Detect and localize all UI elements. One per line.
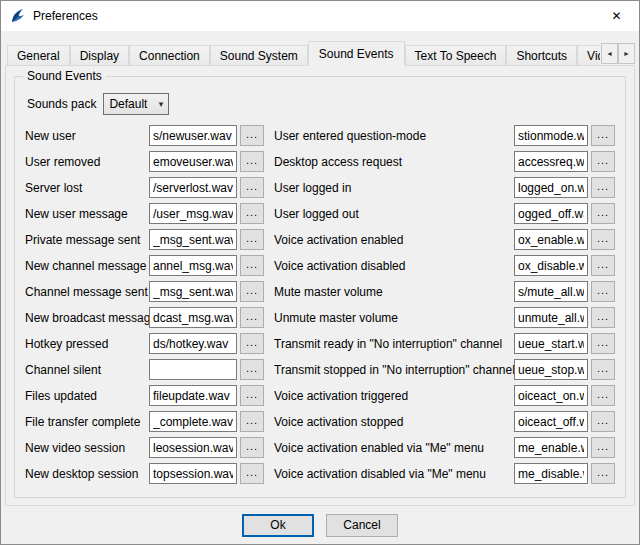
browse-button[interactable]: ...	[591, 203, 615, 224]
sound-event-row: New video session ...	[25, 437, 264, 458]
sound-file-input[interactable]	[149, 437, 237, 458]
browse-button[interactable]: ...	[591, 359, 615, 380]
sound-event-label: Voice activation disabled via "Me" menu	[274, 467, 514, 481]
tab-shortcuts[interactable]: Shortcuts	[506, 45, 577, 66]
sound-event-row: Voice activation enabled ...	[274, 229, 615, 250]
arrow-left-icon: ◄	[606, 50, 613, 57]
sound-file-input[interactable]	[514, 229, 588, 250]
tab-sound-system[interactable]: Sound System	[210, 45, 308, 66]
sound-file-input[interactable]	[149, 411, 237, 432]
browse-button[interactable]: ...	[591, 437, 615, 458]
close-icon: ✕	[611, 9, 621, 23]
browse-button[interactable]: ...	[240, 463, 264, 484]
sound-file-input[interactable]	[514, 385, 588, 406]
browse-button[interactable]: ...	[591, 229, 615, 250]
sound-file-input[interactable]	[514, 151, 588, 172]
sound-file-input[interactable]	[149, 385, 237, 406]
sound-file-input[interactable]	[149, 177, 237, 198]
preferences-dialog: Preferences ✕ GeneralDisplayConnectionSo…	[0, 0, 640, 545]
sound-file-input[interactable]	[149, 463, 237, 484]
sound-event-label: Voice activation triggered	[274, 389, 514, 403]
sound-events-columns: New user ... User removed ... Server los…	[25, 125, 615, 489]
browse-button[interactable]: ...	[591, 177, 615, 198]
sound-event-row: Mute master volume ...	[274, 281, 615, 302]
tab-scroll-right-button[interactable]: ►	[618, 43, 635, 64]
browse-button[interactable]: ...	[240, 151, 264, 172]
sound-event-row: Transmit stopped in "No interruption" ch…	[274, 359, 615, 380]
tab-panel: Sound Events Sounds pack Default ▾ New u…	[5, 65, 635, 506]
browse-button[interactable]: ...	[240, 333, 264, 354]
group-title: Sound Events	[23, 69, 106, 83]
tab-text-to-speech[interactable]: Text To Speech	[405, 45, 507, 66]
sound-file-input[interactable]	[149, 359, 237, 380]
sound-file-input[interactable]	[149, 255, 237, 276]
ok-button[interactable]: Ok	[242, 514, 314, 537]
sound-file-input[interactable]	[514, 333, 588, 354]
tab-video[interactable]: Video	[577, 45, 600, 66]
sound-file-input[interactable]	[149, 151, 237, 172]
browse-button[interactable]: ...	[591, 255, 615, 276]
browse-button[interactable]: ...	[591, 151, 615, 172]
tab-label: Display	[80, 49, 119, 63]
browse-button[interactable]: ...	[240, 411, 264, 432]
browse-button[interactable]: ...	[591, 307, 615, 328]
sounds-pack-select[interactable]: Default ▾	[103, 93, 169, 115]
sound-event-row: User logged in ...	[274, 177, 615, 198]
browse-button[interactable]: ...	[240, 385, 264, 406]
sound-file-input[interactable]	[514, 203, 588, 224]
sound-file-input[interactable]	[514, 281, 588, 302]
sound-event-label: Voice activation stopped	[274, 415, 514, 429]
browse-button[interactable]: ...	[240, 203, 264, 224]
browse-button[interactable]: ...	[240, 125, 264, 146]
browse-button[interactable]: ...	[240, 281, 264, 302]
sound-file-input[interactable]	[514, 411, 588, 432]
browse-button[interactable]: ...	[591, 411, 615, 432]
sound-event-label: New user	[25, 129, 149, 143]
tab-display[interactable]: Display	[70, 45, 129, 66]
sound-event-label: Hotkey pressed	[25, 337, 149, 351]
sound-file-input[interactable]	[514, 255, 588, 276]
sound-event-label: Server lost	[25, 181, 149, 195]
sound-file-input[interactable]	[149, 307, 237, 328]
tab-scroll-left-button[interactable]: ◄	[601, 43, 618, 64]
browse-button[interactable]: ...	[591, 333, 615, 354]
sound-event-row: New channel message ...	[25, 255, 264, 276]
browse-button[interactable]: ...	[240, 437, 264, 458]
browse-button[interactable]: ...	[240, 359, 264, 380]
sound-file-input[interactable]	[514, 359, 588, 380]
sound-file-input[interactable]	[514, 125, 588, 146]
sound-file-input[interactable]	[514, 177, 588, 198]
sound-file-input[interactable]	[514, 463, 588, 484]
sound-event-row: Voice activation enabled via "Me" menu .…	[274, 437, 615, 458]
close-button[interactable]: ✕	[594, 1, 639, 31]
sounds-pack-value: Default	[109, 97, 147, 111]
sound-file-input[interactable]	[149, 333, 237, 354]
sound-event-row: Voice activation stopped ...	[274, 411, 615, 432]
sound-file-input[interactable]	[149, 229, 237, 250]
sound-event-row: Private message sent ...	[25, 229, 264, 250]
sound-event-label: File transfer complete	[25, 415, 149, 429]
sound-file-input[interactable]	[149, 281, 237, 302]
tab-label: Connection	[139, 49, 200, 63]
sound-file-input[interactable]	[149, 125, 237, 146]
tab-sound-events[interactable]: Sound Events	[308, 41, 405, 66]
browse-button[interactable]: ...	[591, 463, 615, 484]
tab-connection[interactable]: Connection	[129, 45, 210, 66]
sound-event-label: Channel message sent	[25, 285, 149, 299]
browse-button[interactable]: ...	[591, 385, 615, 406]
tab-general[interactable]: General	[7, 45, 70, 66]
sound-file-input[interactable]	[514, 307, 588, 328]
browse-button[interactable]: ...	[591, 125, 615, 146]
sounds-pack-row: Sounds pack Default ▾	[27, 93, 615, 115]
browse-button[interactable]: ...	[240, 229, 264, 250]
browse-button[interactable]: ...	[591, 281, 615, 302]
tab-label: Video	[587, 49, 600, 63]
browse-button[interactable]: ...	[240, 177, 264, 198]
sound-file-input[interactable]	[149, 203, 237, 224]
cancel-button[interactable]: Cancel	[326, 514, 398, 537]
sound-file-input[interactable]	[514, 437, 588, 458]
sound-event-label: New video session	[25, 441, 149, 455]
browse-button[interactable]: ...	[240, 255, 264, 276]
browse-button[interactable]: ...	[240, 307, 264, 328]
sound-event-row: User removed ...	[25, 151, 264, 172]
